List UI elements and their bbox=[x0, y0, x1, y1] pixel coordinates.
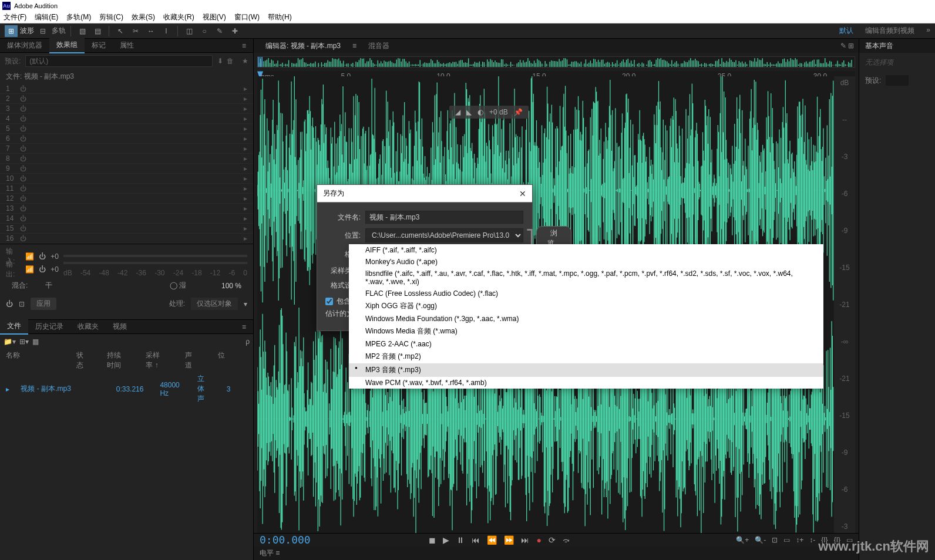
row-expand-icon[interactable]: ▸ bbox=[6, 385, 12, 393]
menu-clip[interactable]: 剪辑(C) bbox=[99, 12, 123, 22]
hud-gain-value[interactable]: +0 dB bbox=[489, 108, 508, 116]
process-scope-select[interactable]: 仅选区对象 bbox=[191, 298, 238, 310]
heal-tool[interactable]: ✚ bbox=[228, 25, 241, 37]
workspace-editvideo[interactable]: 编辑音频到视频 bbox=[865, 26, 914, 36]
new-icon[interactable]: ⊞▾ bbox=[19, 338, 29, 346]
format-option[interactable]: MP3 音频 (*.mp3) bbox=[349, 363, 823, 377]
effect-slot-13[interactable]: 13⏻▸ bbox=[0, 204, 253, 214]
zoom-full-icon[interactable]: ⊡ bbox=[772, 536, 778, 544]
effect-slot-5[interactable]: 5⏻▸ bbox=[0, 124, 253, 134]
tab-favorites[interactable]: 收藏夹 bbox=[70, 319, 106, 334]
tab-effects-rack[interactable]: 效果组 bbox=[49, 38, 85, 53]
file-row[interactable]: ▸ 视频 - 副本.mp3 0:33.216 48000 Hz 立体声 3 bbox=[0, 372, 253, 406]
col-bits[interactable]: 位 bbox=[218, 350, 224, 370]
format-option[interactable]: Wave PCM (*.wav, *.bwf, *.rf64, *.amb) bbox=[349, 377, 823, 389]
workspace-default[interactable]: 默认 bbox=[839, 26, 853, 36]
overview-waveform[interactable] bbox=[257, 56, 855, 68]
format-option[interactable]: AIFF (*.aif, *.aiff, *.aifc) bbox=[349, 244, 823, 256]
editor-tab[interactable]: 编辑器: 视频 - 副本.mp3 bbox=[258, 39, 348, 53]
prev-button[interactable]: ⏮ bbox=[472, 535, 480, 545]
format-option[interactable]: libsndfile (*.aifc, *.aiff, *.au, *.avr,… bbox=[349, 268, 823, 288]
play-button[interactable]: ▶ bbox=[443, 535, 449, 545]
effect-slot-2[interactable]: 2⏻▸ bbox=[0, 94, 253, 104]
time-select-tool[interactable]: I bbox=[160, 25, 173, 37]
tab-properties[interactable]: 属性 bbox=[113, 38, 141, 53]
marquee-tool[interactable]: ◫ bbox=[183, 25, 196, 37]
preset-favorite-icon[interactable]: ★ bbox=[242, 57, 248, 65]
format-option[interactable]: Xiph OGG 容器 (*.ogg) bbox=[349, 299, 823, 313]
zoom-out-icon[interactable]: 🔍- bbox=[755, 536, 766, 544]
format-option[interactable]: Windows Media 音频 (*.wma) bbox=[349, 325, 823, 338]
include-markers-checkbox[interactable] bbox=[325, 298, 333, 305]
gain-hud[interactable]: ◢ ◣ ◐ +0 dB 📌 bbox=[449, 106, 529, 119]
power-all-icon[interactable]: ⏻ bbox=[6, 300, 13, 308]
zoom-in-v-icon[interactable]: ↕+ bbox=[796, 536, 803, 544]
output-power-icon[interactable]: ⏻ bbox=[39, 265, 46, 274]
menu-edit[interactable]: 编辑(E) bbox=[35, 12, 58, 22]
menu-favorites[interactable]: 收藏夹(R) bbox=[163, 12, 194, 22]
overview-playhead[interactable] bbox=[258, 57, 263, 67]
right-preset-dropdown[interactable] bbox=[886, 75, 909, 86]
next-button[interactable]: ⏭ bbox=[521, 535, 529, 545]
effect-slot-3[interactable]: 3⏻▸ bbox=[0, 104, 253, 114]
menu-help[interactable]: 帮助(H) bbox=[268, 12, 292, 22]
open-folder-icon[interactable]: 📁▾ bbox=[4, 338, 16, 346]
mixer-tab[interactable]: 混音器 bbox=[368, 41, 389, 51]
menu-file[interactable]: 文件(F) bbox=[4, 12, 26, 22]
preset-input[interactable] bbox=[25, 55, 213, 67]
lasso-tool[interactable]: ○ bbox=[198, 25, 211, 37]
tab-video[interactable]: 视频 bbox=[106, 319, 134, 334]
col-duration[interactable]: 持续时间 bbox=[107, 350, 123, 370]
panel-menu-icon[interactable]: ≡ bbox=[235, 321, 253, 333]
panel-menu-icon[interactable]: ≡ bbox=[235, 39, 253, 52]
forward-button[interactable]: ⏩ bbox=[504, 535, 514, 545]
stop-button[interactable]: ◼ bbox=[429, 535, 436, 545]
tab-history[interactable]: 历史记录 bbox=[28, 319, 70, 334]
format-option[interactable]: MPEG 2-AAC (*.aac) bbox=[349, 338, 823, 350]
format-option[interactable]: Monkey's Audio (*.ape) bbox=[349, 256, 823, 268]
pause-button[interactable]: ⏸ bbox=[456, 535, 465, 545]
col-name[interactable]: 名称 bbox=[6, 350, 53, 370]
output-gain[interactable]: +0 bbox=[51, 265, 59, 274]
waveform-view-button[interactable]: ⊞ bbox=[5, 25, 18, 37]
zoom-in-icon[interactable]: 🔍+ bbox=[736, 536, 749, 544]
tab-menu-icon[interactable]: ≡ bbox=[352, 42, 356, 50]
effect-slot-15[interactable]: 15⏻▸ bbox=[0, 224, 253, 234]
col-channels[interactable]: 声道 bbox=[185, 350, 194, 370]
level-tab[interactable]: 电平 bbox=[260, 549, 274, 557]
rewind-button[interactable]: ⏪ bbox=[487, 535, 497, 545]
tab-files[interactable]: 文件 bbox=[0, 319, 28, 335]
menu-window[interactable]: 窗口(W) bbox=[234, 12, 260, 22]
grid-icon[interactable]: ▦ bbox=[32, 338, 39, 346]
effect-slot-16[interactable]: 16⏻▸ bbox=[0, 234, 253, 244]
menu-effects[interactable]: 效果(S) bbox=[132, 12, 155, 22]
input-power-icon[interactable]: ⏻ bbox=[39, 252, 46, 261]
format-option[interactable]: MP2 音频 (*.mp2) bbox=[349, 350, 823, 363]
panel-options-icon[interactable]: ✎ ⊞ bbox=[840, 42, 859, 50]
location-select[interactable]: C:\User...cuments\Adobe\Premiere Pro\13.… bbox=[365, 228, 523, 242]
input-gain[interactable]: +0 bbox=[51, 252, 59, 261]
brush-tool[interactable]: ✎ bbox=[213, 25, 226, 37]
effect-slot-7[interactable]: 7⏻▸ bbox=[0, 144, 253, 154]
expand-icon[interactable]: ⊡ bbox=[19, 300, 25, 308]
record-button[interactable]: ● bbox=[536, 535, 541, 545]
effect-slot-12[interactable]: 12⏻▸ bbox=[0, 194, 253, 204]
slip-tool[interactable]: ↔ bbox=[144, 25, 157, 37]
mix-value[interactable]: 100 % bbox=[221, 282, 241, 290]
zoom-out-v-icon[interactable]: ↕- bbox=[809, 536, 815, 544]
hud-fade-out-icon[interactable]: ◣ bbox=[466, 108, 472, 116]
tab-markers[interactable]: 标记 bbox=[85, 38, 113, 53]
effect-slot-1[interactable]: 1⏻▸ bbox=[0, 84, 253, 94]
menu-view[interactable]: 视图(V) bbox=[203, 12, 226, 22]
effect-slot-8[interactable]: 8⏻▸ bbox=[0, 154, 253, 164]
essential-sound-tab[interactable]: 基本声音 bbox=[859, 39, 935, 53]
format-option[interactable]: Windows Media Foundation (*.3gp, *.aac, … bbox=[349, 313, 823, 325]
effect-slot-14[interactable]: 14⏻▸ bbox=[0, 214, 253, 224]
spectral-pitch-button[interactable]: ▤ bbox=[91, 25, 104, 37]
preset-save-icon[interactable]: ⬇ bbox=[217, 57, 223, 65]
effect-slot-9[interactable]: 9⏻▸ bbox=[0, 164, 253, 174]
hud-gain-icon[interactable]: ◐ bbox=[477, 108, 483, 116]
effect-slot-10[interactable]: 10⏻▸ bbox=[0, 174, 253, 184]
effect-slot-11[interactable]: 11⏻▸ bbox=[0, 184, 253, 194]
multitrack-view-button[interactable]: ⊟ bbox=[36, 25, 49, 37]
